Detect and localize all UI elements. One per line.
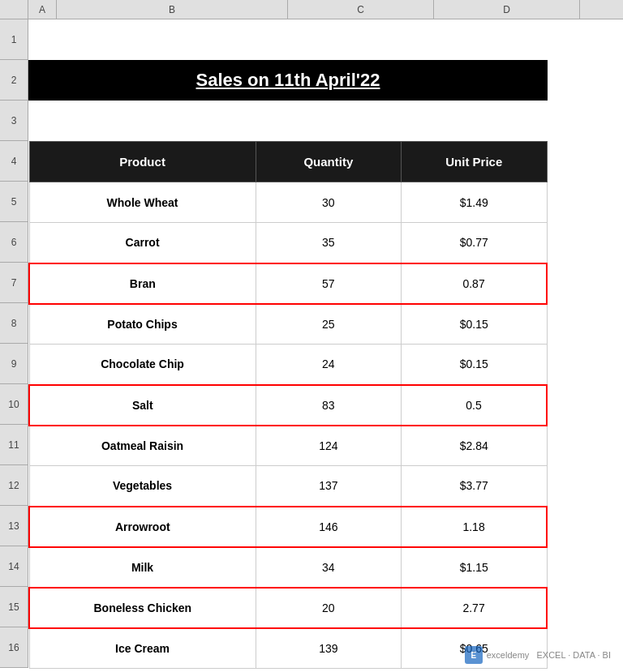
row-num-15: 15 xyxy=(0,587,28,627)
row-num-14: 14 xyxy=(0,546,28,587)
cell-product: Ice Cream xyxy=(29,628,256,669)
table-row: Arrowroot1461.18 xyxy=(29,507,547,547)
cell-product: Salt xyxy=(29,385,256,426)
watermark: E exceldemy EXCEL · DATA · BI xyxy=(465,646,611,664)
cell-product: Milk xyxy=(29,547,256,588)
table-row: Chocolate Chip24$0.15 xyxy=(29,345,547,385)
cell-product: Bran xyxy=(29,263,256,304)
watermark-text: exceldemy EXCEL · DATA · BI xyxy=(487,650,611,660)
title-cell: Sales on 11th April'22 xyxy=(28,60,548,101)
cell-product: Potato Chips xyxy=(29,304,256,345)
col-header-d: D xyxy=(434,0,580,19)
cell-price: 0.87 xyxy=(402,263,547,304)
cell-quantity: 137 xyxy=(256,466,402,507)
cell-price: 2.77 xyxy=(402,588,547,628)
row-num-8: 8 xyxy=(0,303,28,344)
cell-price: $0.15 xyxy=(402,304,547,345)
row-numbers: 1 2 3 4 5 6 7 8 9 10 11 12 13 14 15 16 xyxy=(0,19,28,668)
row-num-7: 7 xyxy=(0,263,28,303)
cell-quantity: 57 xyxy=(256,263,402,304)
corner-cell xyxy=(0,0,28,19)
data-table: Product Quantity Unit Price Whole Wheat3… xyxy=(28,141,548,669)
spreadsheet-title: Sales on 11th April'22 xyxy=(196,70,380,91)
cell-quantity: 124 xyxy=(256,426,402,466)
table-row: Boneless Chicken202.77 xyxy=(29,588,547,628)
cell-quantity: 83 xyxy=(256,385,402,426)
cell-price: $0.15 xyxy=(402,345,547,385)
col-header-b: B xyxy=(57,0,288,19)
cell-price: 1.18 xyxy=(402,507,547,547)
cell-quantity: 20 xyxy=(256,588,402,628)
table-row: Potato Chips25$0.15 xyxy=(29,304,547,345)
table-row: Salt830.5 xyxy=(29,385,547,426)
cell-product: Vegetables xyxy=(29,466,256,507)
row-num-13: 13 xyxy=(0,506,28,546)
table-row: Whole Wheat30$1.49 xyxy=(29,182,547,223)
row-num-10: 10 xyxy=(0,384,28,425)
table-row: Milk34$1.15 xyxy=(29,547,547,588)
row-num-6: 6 xyxy=(0,222,28,263)
column-headers: A B C D xyxy=(0,0,623,19)
row-num-1: 1 xyxy=(0,19,28,60)
col-quantity-header: Quantity xyxy=(256,142,402,182)
row-num-3: 3 xyxy=(0,101,28,141)
row-num-2: 2 xyxy=(0,60,28,101)
row-num-5: 5 xyxy=(0,182,28,222)
cell-price: $1.15 xyxy=(402,547,547,588)
cell-quantity: 25 xyxy=(256,304,402,345)
table-row: Bran570.87 xyxy=(29,263,547,304)
cell-product: Carrot xyxy=(29,223,256,263)
cell-product: Oatmeal Raisin xyxy=(29,426,256,466)
cell-price: $0.77 xyxy=(402,223,547,263)
cell-quantity: 139 xyxy=(256,628,402,669)
cell-quantity: 24 xyxy=(256,345,402,385)
cell-price: 0.5 xyxy=(402,385,547,426)
col-header-c: C xyxy=(288,0,434,19)
cell-product: Boneless Chicken xyxy=(29,588,256,628)
row-num-9: 9 xyxy=(0,344,28,384)
table-row: Oatmeal Raisin124$2.84 xyxy=(29,426,547,466)
spreadsheet: A B C D 1 2 3 4 5 6 7 8 9 10 11 12 13 14… xyxy=(0,0,623,672)
watermark-icon: E xyxy=(465,646,483,664)
row-num-4: 4 xyxy=(0,141,28,182)
row-num-11: 11 xyxy=(0,425,28,465)
cell-quantity: 146 xyxy=(256,507,402,547)
cell-product: Chocolate Chip xyxy=(29,345,256,385)
col-product-header: Product xyxy=(29,142,256,182)
table-row: Carrot35$0.77 xyxy=(29,223,547,263)
row-num-16: 16 xyxy=(0,627,28,668)
table-row: Vegetables137$3.77 xyxy=(29,466,547,507)
col-header-a: A xyxy=(28,0,57,19)
table-header-row: Product Quantity Unit Price xyxy=(29,142,547,182)
cell-quantity: 35 xyxy=(256,223,402,263)
cell-price: $1.49 xyxy=(402,182,547,223)
cell-quantity: 34 xyxy=(256,547,402,588)
cell-product: Arrowroot xyxy=(29,507,256,547)
cell-product: Whole Wheat xyxy=(29,182,256,223)
cell-price: $3.77 xyxy=(402,466,547,507)
col-price-header: Unit Price xyxy=(402,142,547,182)
cell-quantity: 30 xyxy=(256,182,402,223)
row-num-12: 12 xyxy=(0,465,28,506)
cell-price: $2.84 xyxy=(402,426,547,466)
